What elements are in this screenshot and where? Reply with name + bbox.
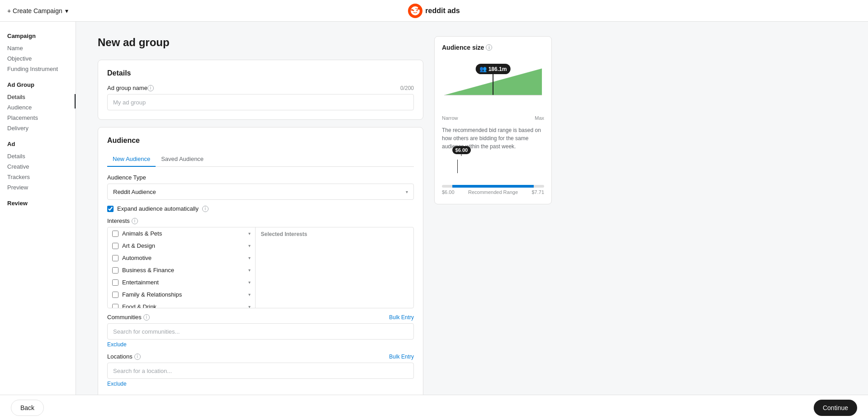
- page-title: New ad group: [98, 36, 423, 49]
- bid-range-labels: $6.00 Recommended Range $7.71: [442, 189, 544, 195]
- back-button[interactable]: Back: [11, 400, 44, 416]
- audience-size-info-icon[interactable]: i: [486, 44, 492, 51]
- tab-saved-audience[interactable]: Saved Audience: [156, 152, 209, 167]
- selected-interests-title: Selected Interests: [261, 231, 408, 237]
- tab-new-audience[interactable]: New Audience: [107, 152, 156, 167]
- main-layout: Campaign Name Objective Funding Instrume…: [0, 22, 868, 395]
- locations-bulk-entry[interactable]: Bulk Entry: [389, 354, 414, 360]
- bid-range-container: $6.00 $6.00 Recommended Range $7.71: [442, 156, 544, 195]
- sidebar-active-indicator: [75, 94, 76, 109]
- sidebar-item-placements[interactable]: Placements: [7, 113, 68, 123]
- interest-business-finance-checkbox[interactable]: [112, 267, 119, 274]
- max-label: Max: [535, 115, 544, 121]
- communities-search-input[interactable]: [107, 323, 414, 340]
- audience-type-label: Audience Type: [107, 174, 414, 181]
- interest-automotive-expand[interactable]: ▾: [248, 255, 251, 260]
- bid-range-bar: [442, 185, 544, 188]
- communities-header: Communities i Bulk Entry: [107, 314, 414, 321]
- expand-audience-label: Expand audience automatically: [117, 205, 199, 212]
- interest-automotive-checkbox[interactable]: [112, 255, 119, 261]
- sidebar-item-trackers[interactable]: Trackers: [7, 172, 68, 182]
- interests-label: Interests i: [107, 217, 138, 224]
- sidebar: Campaign Name Objective Funding Instrume…: [0, 22, 76, 395]
- expand-audience-info-icon[interactable]: i: [202, 206, 209, 212]
- reddit-ads-logo: reddit ads: [408, 4, 460, 18]
- interests-right-panel: Selected Interests: [256, 227, 414, 308]
- audience-chart: 👥 186.1m: [442, 64, 544, 121]
- audience-card-title: Audience: [107, 137, 414, 145]
- interest-animals-pets-checkbox[interactable]: [112, 231, 119, 237]
- bid-max-label: $7.71: [531, 189, 544, 195]
- sidebar-item-preview[interactable]: Preview: [7, 182, 68, 193]
- gauge-labels: Narrow Max: [442, 115, 544, 121]
- right-panel: Audience size i 👥 186.1m: [434, 36, 552, 380]
- interests-left-panel: Animals & Pets ▾ Art & Design ▾ Automoti…: [108, 227, 256, 308]
- svg-point-5: [411, 9, 413, 11]
- locations-info-icon[interactable]: i: [134, 354, 141, 360]
- audience-type-dropdown[interactable]: Reddit Audience ▾: [107, 184, 414, 200]
- bid-current-marker: $6.00: [452, 146, 471, 154]
- narrow-label: Narrow: [442, 115, 458, 121]
- locations-exclude-link[interactable]: Exclude: [107, 381, 127, 387]
- interests-info-icon[interactable]: i: [132, 218, 138, 224]
- interest-animals-pets-expand[interactable]: ▾: [248, 231, 251, 236]
- locations-header: Locations i Bulk Entry: [107, 353, 414, 360]
- interest-entertainment[interactable]: Entertainment ▾: [108, 276, 255, 288]
- communities-exclude-link[interactable]: Exclude: [107, 341, 127, 348]
- interests-header: Interests i: [107, 217, 414, 224]
- communities-info-icon[interactable]: i: [143, 314, 150, 321]
- reddit-ads-text: reddit ads: [425, 7, 460, 15]
- interest-automotive[interactable]: Automotive ▾: [108, 252, 255, 264]
- continue-button[interactable]: Continue: [814, 400, 857, 416]
- audience-card: Audience New Audience Saved Audience Aud…: [98, 127, 423, 395]
- expand-audience-checkbox[interactable]: [107, 206, 114, 212]
- details-card: Details Ad group name i 0/200: [98, 60, 423, 120]
- audience-type-arrow-icon: ▾: [406, 189, 408, 194]
- interest-entertainment-checkbox[interactable]: [112, 279, 119, 286]
- create-campaign-button[interactable]: + Create Campaign ▾: [0, 7, 76, 14]
- interest-family-relationships-expand[interactable]: ▾: [248, 292, 251, 297]
- audience-size-title: Audience size i: [442, 44, 544, 51]
- interest-family-relationships[interactable]: Family & Relationships ▾: [108, 288, 255, 301]
- interest-food-drink-checkbox[interactable]: [112, 304, 119, 308]
- interest-family-relationships-checkbox[interactable]: [112, 292, 119, 298]
- audience-count-badge: 👥 186.1m: [476, 64, 511, 74]
- sidebar-item-details-adgroup[interactable]: Details: [7, 92, 68, 102]
- interest-animals-pets[interactable]: Animals & Pets ▾: [108, 227, 255, 240]
- audience-tabs: New Audience Saved Audience: [107, 152, 414, 167]
- ad-group-name-label: Ad group name: [107, 85, 147, 91]
- locations-label: Locations i: [107, 353, 141, 360]
- ad-group-name-info-icon[interactable]: i: [147, 85, 154, 91]
- expand-audience-row: Expand audience automatically i: [107, 205, 414, 212]
- interest-food-drink-expand[interactable]: ▾: [248, 304, 251, 308]
- interest-entertainment-expand[interactable]: ▾: [248, 280, 251, 285]
- communities-bulk-entry[interactable]: Bulk Entry: [389, 314, 414, 321]
- sidebar-item-details-ad[interactable]: Details: [7, 151, 68, 161]
- interests-grid: Animals & Pets ▾ Art & Design ▾ Automoti…: [107, 227, 414, 308]
- sidebar-item-name[interactable]: Name: [7, 43, 68, 53]
- sidebar-item-creative[interactable]: Creative: [7, 161, 68, 172]
- sidebar-item-funding[interactable]: Funding Instrument: [7, 64, 68, 74]
- details-card-title: Details: [107, 69, 414, 77]
- sidebar-item-delivery[interactable]: Delivery: [7, 123, 68, 133]
- bid-min-label: $6.00: [442, 189, 455, 195]
- locations-search-input[interactable]: [107, 363, 414, 379]
- ad-group-section-title: Ad Group: [7, 81, 68, 88]
- sidebar-item-objective[interactable]: Objective: [7, 53, 68, 64]
- interest-art-design-expand[interactable]: ▾: [248, 243, 251, 248]
- svg-point-3: [417, 9, 418, 11]
- sidebar-item-audience[interactable]: Audience: [7, 102, 68, 113]
- campaign-section-title: Campaign: [7, 33, 68, 39]
- interest-art-design[interactable]: Art & Design ▾: [108, 240, 255, 252]
- communities-label: Communities i: [107, 314, 150, 321]
- interest-business-finance-expand[interactable]: ▾: [248, 268, 251, 273]
- ad-group-name-input[interactable]: [107, 94, 414, 110]
- interest-art-design-checkbox[interactable]: [112, 243, 119, 249]
- ad-section-title: Ad: [7, 141, 68, 147]
- interest-business-finance[interactable]: Business & Finance ▾: [108, 264, 255, 276]
- audience-type-value: Reddit Audience: [113, 189, 156, 195]
- char-count: 0/200: [400, 85, 414, 91]
- interest-food-drink[interactable]: Food & Drink ▾: [108, 301, 255, 308]
- bid-range-center-label: Recommended Range: [455, 189, 532, 195]
- audience-size-card: Audience size i 👥 186.1m: [434, 36, 552, 204]
